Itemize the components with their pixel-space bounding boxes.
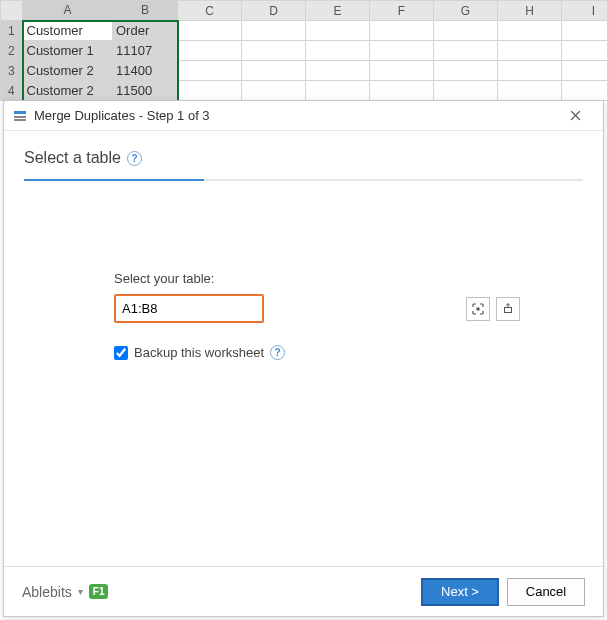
cell[interactable] [562, 81, 608, 101]
cell-B4[interactable]: 11500 [113, 81, 178, 101]
merge-duplicates-dialog: Merge Duplicates - Step 1 of 3 Select a … [3, 100, 604, 617]
svg-rect-3 [477, 307, 480, 310]
cell[interactable] [178, 81, 242, 101]
cell[interactable] [242, 81, 306, 101]
cell-A1[interactable]: Customer [23, 21, 113, 41]
svg-rect-0 [14, 111, 26, 114]
cell-A4[interactable]: Customer 2 [23, 81, 113, 101]
col-header-I[interactable]: I [562, 1, 608, 21]
cell[interactable] [498, 41, 562, 61]
cell[interactable] [370, 41, 434, 61]
help-icon[interactable]: ? [270, 345, 285, 360]
backup-checkbox-row[interactable]: Backup this worksheet ? [114, 345, 583, 360]
cell[interactable] [498, 81, 562, 101]
close-button[interactable] [555, 102, 595, 130]
cell[interactable] [178, 61, 242, 81]
cell[interactable] [306, 61, 370, 81]
cell[interactable] [434, 41, 498, 61]
cell[interactable] [370, 61, 434, 81]
cell[interactable] [370, 81, 434, 101]
expand-range-button[interactable] [496, 297, 520, 321]
col-header-G[interactable]: G [434, 1, 498, 21]
cell[interactable] [562, 41, 608, 61]
range-input[interactable] [116, 298, 262, 319]
cell[interactable] [306, 21, 370, 41]
col-header-B[interactable]: B [113, 1, 178, 21]
cell[interactable] [434, 61, 498, 81]
dialog-heading: Select a table [24, 149, 121, 167]
col-header-A[interactable]: A [23, 1, 113, 21]
cell[interactable] [370, 21, 434, 41]
row-header-2[interactable]: 2 [1, 41, 23, 61]
range-input-highlight [114, 294, 264, 323]
brand-link[interactable]: Ablebits ▾ F1 [22, 584, 413, 600]
col-header-H[interactable]: H [498, 1, 562, 21]
cell[interactable] [562, 21, 608, 41]
cancel-button[interactable]: Cancel [507, 578, 585, 606]
col-header-D[interactable]: D [242, 1, 306, 21]
svg-rect-2 [14, 119, 26, 121]
cell[interactable] [306, 41, 370, 61]
cell[interactable] [498, 61, 562, 81]
cell[interactable] [242, 41, 306, 61]
dialog-title: Merge Duplicates - Step 1 of 3 [34, 108, 555, 123]
col-header-C[interactable]: C [178, 1, 242, 21]
cell[interactable] [178, 41, 242, 61]
cell-B3[interactable]: 11400 [113, 61, 178, 81]
dialog-heading-row: Select a table ? [4, 131, 603, 179]
cell[interactable] [562, 61, 608, 81]
backup-checkbox[interactable] [114, 346, 128, 360]
cell[interactable] [178, 21, 242, 41]
cell-B2[interactable]: 11107 [113, 41, 178, 61]
chevron-down-icon: ▾ [78, 586, 83, 597]
app-icon [12, 108, 28, 124]
help-icon[interactable]: ? [127, 151, 142, 166]
svg-rect-4 [505, 307, 512, 312]
row-header-4[interactable]: 4 [1, 81, 23, 101]
field-label: Select your table: [114, 271, 583, 286]
col-header-E[interactable]: E [306, 1, 370, 21]
cell[interactable] [498, 21, 562, 41]
dialog-titlebar[interactable]: Merge Duplicates - Step 1 of 3 [4, 101, 603, 131]
spreadsheet-grid[interactable]: A B C D E F G H I 1 Customer Order 2 Cus… [0, 0, 607, 101]
dialog-body: Select your table: Backup this wo [4, 181, 603, 566]
next-button[interactable]: Next > [421, 578, 499, 606]
cell-B1[interactable]: Order [113, 21, 178, 41]
select-all-corner[interactable] [1, 1, 23, 21]
row-header-3[interactable]: 3 [1, 61, 23, 81]
cell[interactable] [434, 81, 498, 101]
dialog-footer: Ablebits ▾ F1 Next > Cancel [4, 566, 603, 616]
row-header-1[interactable]: 1 [1, 21, 23, 41]
svg-rect-1 [14, 116, 26, 118]
cell-A2[interactable]: Customer 1 [23, 41, 113, 61]
cell[interactable] [242, 21, 306, 41]
col-header-F[interactable]: F [370, 1, 434, 21]
cell-A3[interactable]: Customer 2 [23, 61, 113, 81]
cell[interactable] [242, 61, 306, 81]
backup-label: Backup this worksheet [134, 345, 264, 360]
select-range-button[interactable] [466, 297, 490, 321]
f1-help-badge[interactable]: F1 [89, 584, 109, 599]
cell[interactable] [306, 81, 370, 101]
cell[interactable] [434, 21, 498, 41]
brand-label: Ablebits [22, 584, 72, 600]
